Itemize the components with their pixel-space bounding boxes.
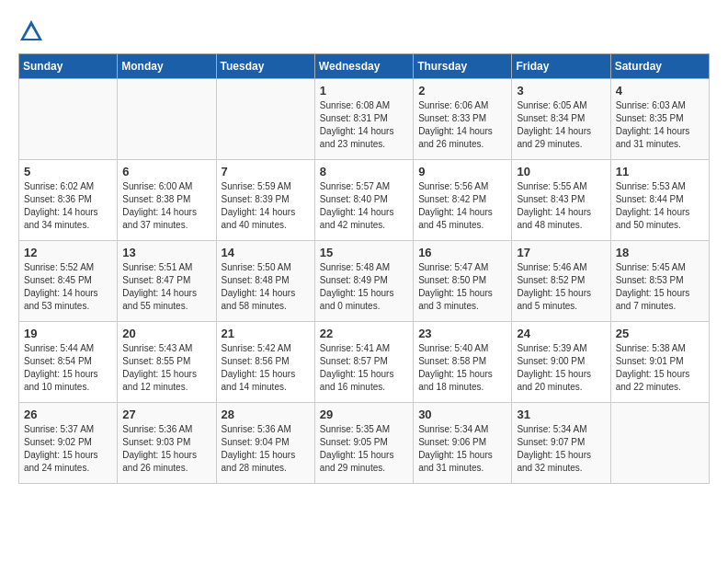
calendar-cell: 9Sunrise: 5:56 AM Sunset: 8:42 PM Daylig…: [414, 160, 512, 241]
calendar-cell: 20Sunrise: 5:43 AM Sunset: 8:55 PM Dayli…: [118, 322, 216, 403]
calendar-cell: 17Sunrise: 5:46 AM Sunset: 8:52 PM Dayli…: [512, 241, 610, 322]
day-number: 17: [517, 246, 605, 259]
calendar-cell: 1Sunrise: 6:08 AM Sunset: 8:31 PM Daylig…: [314, 79, 413, 160]
day-number: 14: [222, 246, 310, 259]
calendar-cell: 16Sunrise: 5:47 AM Sunset: 8:50 PM Dayli…: [414, 241, 512, 322]
day-number: 24: [517, 327, 605, 340]
header-sunday: Sunday: [19, 54, 118, 79]
day-info: Sunrise: 5:47 AM Sunset: 8:50 PM Dayligh…: [418, 261, 506, 313]
calendar-cell: 22Sunrise: 5:41 AM Sunset: 8:57 PM Dayli…: [314, 322, 413, 403]
day-number: 12: [24, 246, 112, 259]
week-row-3: 12Sunrise: 5:52 AM Sunset: 8:45 PM Dayli…: [19, 241, 710, 322]
day-number: 11: [616, 165, 704, 178]
day-number: 23: [418, 327, 506, 340]
day-number: 22: [320, 327, 408, 340]
calendar-cell: [19, 79, 118, 160]
calendar-cell: 15Sunrise: 5:48 AM Sunset: 8:49 PM Dayli…: [314, 241, 413, 322]
day-number: 21: [222, 327, 310, 340]
calendar-cell: 7Sunrise: 5:59 AM Sunset: 8:39 PM Daylig…: [216, 160, 314, 241]
day-info: Sunrise: 5:59 AM Sunset: 8:39 PM Dayligh…: [222, 180, 310, 232]
day-number: 10: [517, 165, 605, 178]
calendar-cell: 6Sunrise: 6:00 AM Sunset: 8:38 PM Daylig…: [118, 160, 216, 241]
day-number: 13: [122, 246, 210, 259]
day-info: Sunrise: 6:08 AM Sunset: 8:31 PM Dayligh…: [320, 99, 408, 151]
day-number: 18: [616, 246, 704, 259]
calendar-table: SundayMondayTuesdayWednesdayThursdayFrid…: [18, 53, 710, 484]
header-tuesday: Tuesday: [216, 54, 314, 79]
day-number: 7: [222, 165, 310, 178]
calendar-cell: 14Sunrise: 5:50 AM Sunset: 8:48 PM Dayli…: [216, 241, 314, 322]
day-number: 19: [24, 327, 112, 340]
page-header: [18, 18, 710, 44]
day-number: 25: [616, 327, 704, 340]
day-info: Sunrise: 5:36 AM Sunset: 9:03 PM Dayligh…: [122, 423, 210, 475]
day-number: 8: [320, 165, 408, 178]
day-info: Sunrise: 5:37 AM Sunset: 9:02 PM Dayligh…: [24, 423, 112, 475]
day-number: 2: [418, 84, 506, 98]
day-number: 28: [222, 408, 310, 421]
day-number: 16: [418, 246, 506, 259]
week-row-5: 26Sunrise: 5:37 AM Sunset: 9:02 PM Dayli…: [19, 403, 710, 484]
calendar-cell: 23Sunrise: 5:40 AM Sunset: 8:58 PM Dayli…: [414, 322, 512, 403]
day-info: Sunrise: 5:39 AM Sunset: 9:00 PM Dayligh…: [517, 342, 605, 394]
logo: [18, 18, 48, 44]
calendar-cell: 12Sunrise: 5:52 AM Sunset: 8:45 PM Dayli…: [19, 241, 118, 322]
header-wednesday: Wednesday: [314, 54, 413, 79]
calendar-cell: [118, 79, 216, 160]
calendar-cell: 2Sunrise: 6:06 AM Sunset: 8:33 PM Daylig…: [414, 79, 512, 160]
day-info: Sunrise: 5:55 AM Sunset: 8:43 PM Dayligh…: [517, 180, 605, 232]
day-number: 26: [24, 408, 112, 421]
day-info: Sunrise: 6:03 AM Sunset: 8:35 PM Dayligh…: [616, 99, 704, 151]
day-info: Sunrise: 5:44 AM Sunset: 8:54 PM Dayligh…: [24, 342, 112, 394]
calendar-cell: 10Sunrise: 5:55 AM Sunset: 8:43 PM Dayli…: [512, 160, 610, 241]
header-saturday: Saturday: [610, 54, 709, 79]
calendar-cell: 3Sunrise: 6:05 AM Sunset: 8:34 PM Daylig…: [512, 79, 610, 160]
calendar-cell: 18Sunrise: 5:45 AM Sunset: 8:53 PM Dayli…: [610, 241, 709, 322]
calendar-cell: 24Sunrise: 5:39 AM Sunset: 9:00 PM Dayli…: [512, 322, 610, 403]
header-friday: Friday: [512, 54, 610, 79]
logo-icon: [18, 18, 44, 44]
day-info: Sunrise: 5:34 AM Sunset: 9:06 PM Dayligh…: [418, 423, 506, 475]
day-info: Sunrise: 5:51 AM Sunset: 8:47 PM Dayligh…: [122, 261, 210, 313]
calendar-cell: 21Sunrise: 5:42 AM Sunset: 8:56 PM Dayli…: [216, 322, 314, 403]
day-info: Sunrise: 6:00 AM Sunset: 8:38 PM Dayligh…: [122, 180, 210, 232]
day-info: Sunrise: 5:45 AM Sunset: 8:53 PM Dayligh…: [616, 261, 704, 313]
week-row-2: 5Sunrise: 6:02 AM Sunset: 8:36 PM Daylig…: [19, 160, 710, 241]
header-thursday: Thursday: [414, 54, 512, 79]
day-number: 4: [616, 84, 704, 98]
day-info: Sunrise: 6:06 AM Sunset: 8:33 PM Dayligh…: [418, 99, 506, 151]
day-number: 3: [517, 84, 605, 98]
calendar-cell: 30Sunrise: 5:34 AM Sunset: 9:06 PM Dayli…: [414, 403, 512, 484]
day-number: 20: [122, 327, 210, 340]
day-info: Sunrise: 5:53 AM Sunset: 8:44 PM Dayligh…: [616, 180, 704, 232]
day-number: 5: [24, 165, 112, 178]
day-info: Sunrise: 5:46 AM Sunset: 8:52 PM Dayligh…: [517, 261, 605, 313]
day-number: 6: [122, 165, 210, 178]
header-monday: Monday: [118, 54, 216, 79]
day-info: Sunrise: 5:43 AM Sunset: 8:55 PM Dayligh…: [122, 342, 210, 394]
day-number: 30: [418, 408, 506, 421]
calendar-cell: 27Sunrise: 5:36 AM Sunset: 9:03 PM Dayli…: [118, 403, 216, 484]
day-info: Sunrise: 5:35 AM Sunset: 9:05 PM Dayligh…: [320, 423, 408, 475]
calendar-cell: [216, 79, 314, 160]
day-info: Sunrise: 5:48 AM Sunset: 8:49 PM Dayligh…: [320, 261, 408, 313]
day-info: Sunrise: 5:57 AM Sunset: 8:40 PM Dayligh…: [320, 180, 408, 232]
day-info: Sunrise: 5:34 AM Sunset: 9:07 PM Dayligh…: [517, 423, 605, 475]
calendar-cell: 4Sunrise: 6:03 AM Sunset: 8:35 PM Daylig…: [610, 79, 709, 160]
calendar-cell: 29Sunrise: 5:35 AM Sunset: 9:05 PM Dayli…: [314, 403, 413, 484]
day-info: Sunrise: 5:56 AM Sunset: 8:42 PM Dayligh…: [418, 180, 506, 232]
day-number: 29: [320, 408, 408, 421]
calendar-cell: 13Sunrise: 5:51 AM Sunset: 8:47 PM Dayli…: [118, 241, 216, 322]
day-info: Sunrise: 5:38 AM Sunset: 9:01 PM Dayligh…: [616, 342, 704, 394]
day-number: 27: [122, 408, 210, 421]
day-number: 9: [418, 165, 506, 178]
calendar-cell: 8Sunrise: 5:57 AM Sunset: 8:40 PM Daylig…: [314, 160, 413, 241]
calendar-cell: [610, 403, 709, 484]
week-row-4: 19Sunrise: 5:44 AM Sunset: 8:54 PM Dayli…: [19, 322, 710, 403]
calendar-cell: 5Sunrise: 6:02 AM Sunset: 8:36 PM Daylig…: [19, 160, 118, 241]
day-number: 15: [320, 246, 408, 259]
day-info: Sunrise: 5:52 AM Sunset: 8:45 PM Dayligh…: [24, 261, 112, 313]
calendar-cell: 25Sunrise: 5:38 AM Sunset: 9:01 PM Dayli…: [610, 322, 709, 403]
day-info: Sunrise: 6:02 AM Sunset: 8:36 PM Dayligh…: [24, 180, 112, 232]
week-row-1: 1Sunrise: 6:08 AM Sunset: 8:31 PM Daylig…: [19, 79, 710, 160]
